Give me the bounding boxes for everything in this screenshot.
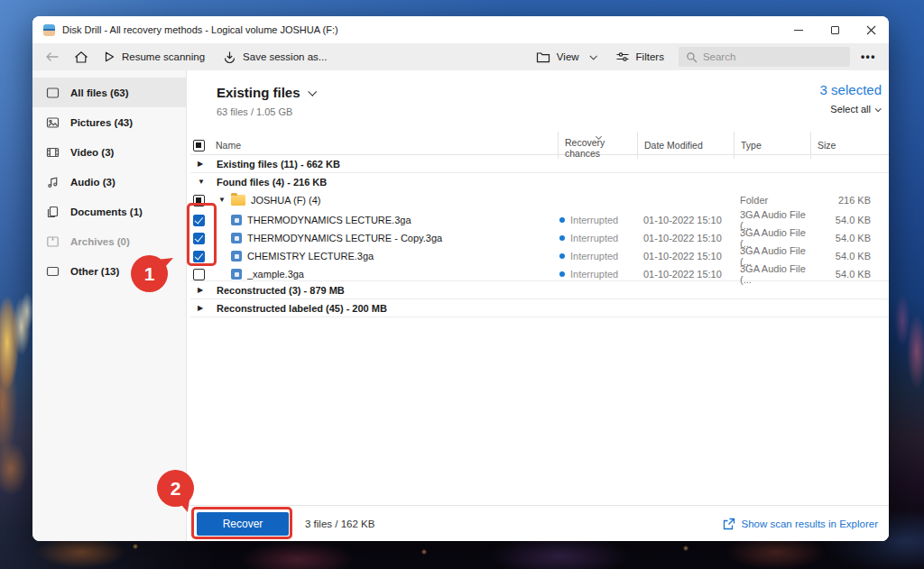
sidebar-item-video[interactable]: Video (3)	[32, 137, 186, 167]
sidebar-item-documents[interactable]: Documents (1)	[32, 197, 186, 226]
chevron-down-icon	[308, 87, 317, 96]
column-header-size[interactable]: Size	[810, 132, 889, 159]
table-row-folder[interactable]: ▼ JOSHUA (F) (4) Folder 216 KB	[190, 191, 889, 209]
audio-file-icon	[231, 233, 242, 243]
video-icon	[46, 146, 60, 159]
title-bar: Disk Drill - All recovery methods - Logi…	[32, 16, 889, 43]
status-dot-icon	[559, 235, 565, 241]
open-external-icon	[722, 518, 735, 530]
expand-icon[interactable]: ▶	[198, 287, 203, 294]
save-session-icon	[223, 50, 236, 64]
view-dropdown[interactable]: View	[536, 51, 596, 63]
annotation-box-checkboxes	[187, 203, 217, 266]
back-icon[interactable]	[45, 50, 60, 63]
close-button[interactable]	[853, 16, 889, 43]
expand-icon[interactable]: ▶	[198, 305, 203, 312]
table-header: Name Recovery chances Date Modified Type…	[190, 132, 889, 155]
collapse-icon[interactable]: ▼	[218, 197, 226, 204]
window-title: Disk Drill - All recovery methods - Logi…	[62, 24, 338, 35]
annotation-box-recover	[191, 507, 292, 539]
main-panel: Existing files 63 files / 1.05 GB 3 sele…	[187, 70, 889, 541]
table-row-file[interactable]: CHEMISTRY LECTURE.3ga Interrupted 01-10-…	[190, 245, 889, 263]
filters-icon	[615, 50, 630, 63]
sidebar-item-archives[interactable]: Archives (0)	[32, 226, 186, 256]
column-header-name[interactable]: Name	[216, 132, 558, 159]
documents-icon	[46, 206, 60, 218]
play-icon	[103, 50, 116, 63]
select-all-dropdown[interactable]: Select all	[830, 104, 880, 115]
all-files-icon	[46, 87, 60, 99]
resume-scanning-label: Resume scanning	[122, 51, 205, 62]
search-box[interactable]	[679, 47, 850, 67]
search-icon	[686, 51, 698, 63]
column-header-date[interactable]: Date Modified	[637, 132, 734, 159]
save-session-label: Save session as...	[243, 51, 327, 62]
audio-file-icon	[231, 269, 242, 280]
folder-icon	[231, 195, 245, 206]
table-row-group[interactable]: ▶ Reconstructed labeled (45) - 200 MB	[190, 299, 889, 317]
sidebar-item-all-files[interactable]: All files (63)	[32, 78, 186, 107]
audio-icon	[46, 176, 60, 188]
more-options-button[interactable]: •••	[861, 50, 876, 63]
home-icon[interactable]	[74, 50, 88, 64]
resume-scanning-button[interactable]: Resume scanning	[103, 50, 205, 63]
pictures-icon	[46, 116, 60, 129]
sidebar-item-audio[interactable]: Audio (3)	[32, 167, 186, 197]
column-header-type[interactable]: Type	[734, 132, 810, 159]
sidebar: All files (63) Pictures (43) Video (3) A…	[32, 70, 187, 541]
table-row-group[interactable]: ▼ Found files (4) - 216 KB	[190, 173, 889, 191]
status-dot-icon	[559, 271, 565, 277]
collapse-icon[interactable]: ▼	[198, 179, 205, 186]
screenshot-canvas: Disk Drill - All recovery methods - Logi…	[0, 0, 924, 569]
section-title-dropdown[interactable]: Existing files	[217, 85, 315, 100]
select-all-checkbox[interactable]	[193, 140, 205, 151]
table-row-file[interactable]: THERMODYNAMICS LECTURE - Copy.3ga Interr…	[190, 227, 889, 245]
file-table: Name Recovery chances Date Modified Type…	[190, 132, 889, 317]
status-dot-icon	[559, 253, 565, 259]
annotation-step-2: 2	[157, 470, 194, 507]
selection-summary: 3 files / 162 KB	[305, 519, 374, 529]
selected-count: 3 selected	[820, 82, 882, 97]
filters-button[interactable]: Filters	[615, 50, 664, 63]
other-icon	[46, 265, 60, 278]
filters-label: Filters	[636, 51, 664, 62]
annotation-step-1: 1	[131, 255, 168, 292]
audio-file-icon	[231, 215, 242, 225]
column-header-recovery[interactable]: Recovery chances	[558, 132, 637, 159]
status-dot-icon	[559, 217, 565, 223]
show-in-explorer-link[interactable]: Show scan results in Explorer	[722, 518, 878, 530]
chevron-down-icon	[875, 106, 882, 112]
maximize-button[interactable]	[817, 16, 853, 43]
audio-file-icon	[231, 251, 242, 262]
expand-icon[interactable]: ▶	[198, 161, 203, 168]
table-row-file[interactable]: THERMODYNAMICS LECTURE.3ga Interrupted 0…	[190, 209, 889, 227]
toolbar: Resume scanning Save session as... View	[32, 43, 889, 70]
disk-drill-app-icon	[43, 24, 55, 36]
save-session-button[interactable]: Save session as...	[223, 50, 327, 64]
file-checkbox[interactable]	[193, 269, 205, 280]
search-input[interactable]	[703, 51, 838, 62]
file-summary: 63 files / 1.05 GB	[217, 106, 292, 117]
sidebar-item-pictures[interactable]: Pictures (43)	[32, 107, 186, 137]
chevron-down-icon	[589, 52, 596, 60]
minimize-button[interactable]	[781, 16, 817, 43]
archives-icon	[46, 235, 60, 248]
table-row-file[interactable]: _xample.3ga Interrupted 01-10-2022 15:10…	[190, 263, 889, 281]
folder-view-icon	[536, 51, 550, 63]
view-label: View	[557, 51, 579, 62]
